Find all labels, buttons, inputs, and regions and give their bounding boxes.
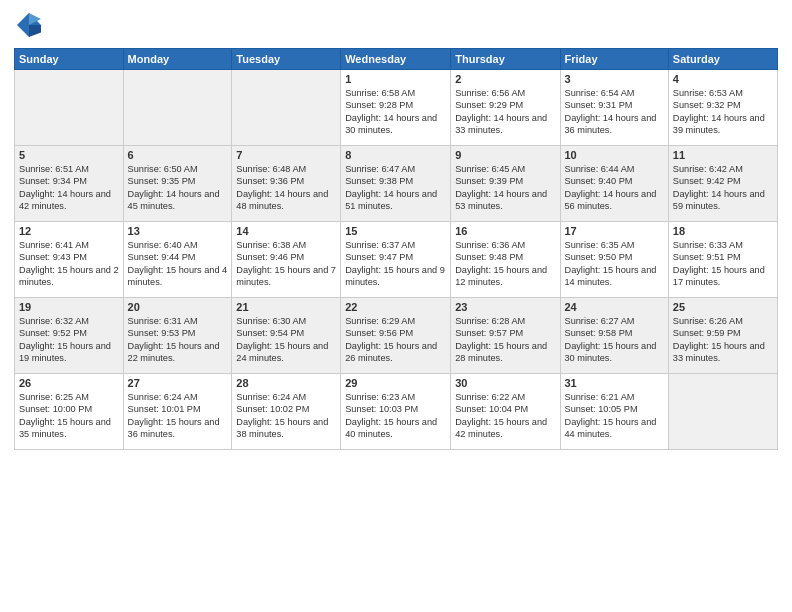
header <box>14 10 778 40</box>
day-info: Sunrise: 6:56 AMSunset: 9:29 PMDaylight:… <box>455 87 555 137</box>
day-number: 20 <box>128 301 228 313</box>
day-number: 9 <box>455 149 555 161</box>
day-number: 30 <box>455 377 555 389</box>
day-info: Sunrise: 6:51 AMSunset: 9:34 PMDaylight:… <box>19 163 119 213</box>
day-header-friday: Friday <box>560 49 668 70</box>
day-number: 16 <box>455 225 555 237</box>
day-info: Sunrise: 6:40 AMSunset: 9:44 PMDaylight:… <box>128 239 228 289</box>
calendar-cell: 20Sunrise: 6:31 AMSunset: 9:53 PMDayligh… <box>123 298 232 374</box>
page: SundayMondayTuesdayWednesdayThursdayFrid… <box>0 0 792 612</box>
day-info: Sunrise: 6:44 AMSunset: 9:40 PMDaylight:… <box>565 163 664 213</box>
day-info: Sunrise: 6:29 AMSunset: 9:56 PMDaylight:… <box>345 315 446 365</box>
calendar-cell <box>232 70 341 146</box>
calendar-cell: 24Sunrise: 6:27 AMSunset: 9:58 PMDayligh… <box>560 298 668 374</box>
day-number: 4 <box>673 73 773 85</box>
calendar-week-5: 26Sunrise: 6:25 AMSunset: 10:00 PMDaylig… <box>15 374 778 450</box>
day-info: Sunrise: 6:50 AMSunset: 9:35 PMDaylight:… <box>128 163 228 213</box>
calendar-cell: 22Sunrise: 6:29 AMSunset: 9:56 PMDayligh… <box>341 298 451 374</box>
day-info: Sunrise: 6:31 AMSunset: 9:53 PMDaylight:… <box>128 315 228 365</box>
day-number: 25 <box>673 301 773 313</box>
calendar-cell: 9Sunrise: 6:45 AMSunset: 9:39 PMDaylight… <box>451 146 560 222</box>
day-number: 18 <box>673 225 773 237</box>
calendar-cell: 23Sunrise: 6:28 AMSunset: 9:57 PMDayligh… <box>451 298 560 374</box>
calendar-cell: 7Sunrise: 6:48 AMSunset: 9:36 PMDaylight… <box>232 146 341 222</box>
day-info: Sunrise: 6:32 AMSunset: 9:52 PMDaylight:… <box>19 315 119 365</box>
day-number: 28 <box>236 377 336 389</box>
day-info: Sunrise: 6:26 AMSunset: 9:59 PMDaylight:… <box>673 315 773 365</box>
calendar-cell: 31Sunrise: 6:21 AMSunset: 10:05 PMDaylig… <box>560 374 668 450</box>
day-number: 27 <box>128 377 228 389</box>
calendar-week-2: 5Sunrise: 6:51 AMSunset: 9:34 PMDaylight… <box>15 146 778 222</box>
day-info: Sunrise: 6:48 AMSunset: 9:36 PMDaylight:… <box>236 163 336 213</box>
calendar-cell: 2Sunrise: 6:56 AMSunset: 9:29 PMDaylight… <box>451 70 560 146</box>
calendar-cell: 10Sunrise: 6:44 AMSunset: 9:40 PMDayligh… <box>560 146 668 222</box>
day-header-sunday: Sunday <box>15 49 124 70</box>
calendar-cell: 5Sunrise: 6:51 AMSunset: 9:34 PMDaylight… <box>15 146 124 222</box>
calendar-cell: 3Sunrise: 6:54 AMSunset: 9:31 PMDaylight… <box>560 70 668 146</box>
calendar-cell: 11Sunrise: 6:42 AMSunset: 9:42 PMDayligh… <box>668 146 777 222</box>
day-number: 10 <box>565 149 664 161</box>
day-info: Sunrise: 6:24 AMSunset: 10:01 PMDaylight… <box>128 391 228 441</box>
calendar-cell: 12Sunrise: 6:41 AMSunset: 9:43 PMDayligh… <box>15 222 124 298</box>
calendar-cell: 17Sunrise: 6:35 AMSunset: 9:50 PMDayligh… <box>560 222 668 298</box>
day-info: Sunrise: 6:24 AMSunset: 10:02 PMDaylight… <box>236 391 336 441</box>
logo-icon <box>14 10 44 40</box>
day-info: Sunrise: 6:35 AMSunset: 9:50 PMDaylight:… <box>565 239 664 289</box>
day-number: 2 <box>455 73 555 85</box>
calendar-cell: 16Sunrise: 6:36 AMSunset: 9:48 PMDayligh… <box>451 222 560 298</box>
day-info: Sunrise: 6:21 AMSunset: 10:05 PMDaylight… <box>565 391 664 441</box>
day-info: Sunrise: 6:42 AMSunset: 9:42 PMDaylight:… <box>673 163 773 213</box>
day-info: Sunrise: 6:41 AMSunset: 9:43 PMDaylight:… <box>19 239 119 289</box>
day-info: Sunrise: 6:27 AMSunset: 9:58 PMDaylight:… <box>565 315 664 365</box>
day-info: Sunrise: 6:54 AMSunset: 9:31 PMDaylight:… <box>565 87 664 137</box>
calendar-cell: 19Sunrise: 6:32 AMSunset: 9:52 PMDayligh… <box>15 298 124 374</box>
calendar-cell: 29Sunrise: 6:23 AMSunset: 10:03 PMDaylig… <box>341 374 451 450</box>
day-number: 5 <box>19 149 119 161</box>
day-number: 22 <box>345 301 446 313</box>
day-info: Sunrise: 6:23 AMSunset: 10:03 PMDaylight… <box>345 391 446 441</box>
calendar-cell: 28Sunrise: 6:24 AMSunset: 10:02 PMDaylig… <box>232 374 341 450</box>
day-info: Sunrise: 6:37 AMSunset: 9:47 PMDaylight:… <box>345 239 446 289</box>
day-info: Sunrise: 6:36 AMSunset: 9:48 PMDaylight:… <box>455 239 555 289</box>
day-number: 19 <box>19 301 119 313</box>
calendar-week-4: 19Sunrise: 6:32 AMSunset: 9:52 PMDayligh… <box>15 298 778 374</box>
calendar-cell: 27Sunrise: 6:24 AMSunset: 10:01 PMDaylig… <box>123 374 232 450</box>
day-header-wednesday: Wednesday <box>341 49 451 70</box>
calendar-cell <box>123 70 232 146</box>
day-header-thursday: Thursday <box>451 49 560 70</box>
day-number: 23 <box>455 301 555 313</box>
day-number: 17 <box>565 225 664 237</box>
calendar-week-3: 12Sunrise: 6:41 AMSunset: 9:43 PMDayligh… <box>15 222 778 298</box>
day-number: 6 <box>128 149 228 161</box>
day-number: 12 <box>19 225 119 237</box>
calendar-cell <box>668 374 777 450</box>
day-number: 3 <box>565 73 664 85</box>
day-info: Sunrise: 6:38 AMSunset: 9:46 PMDaylight:… <box>236 239 336 289</box>
calendar-week-1: 1Sunrise: 6:58 AMSunset: 9:28 PMDaylight… <box>15 70 778 146</box>
logo <box>14 10 48 40</box>
day-number: 31 <box>565 377 664 389</box>
calendar-cell: 15Sunrise: 6:37 AMSunset: 9:47 PMDayligh… <box>341 222 451 298</box>
calendar-cell: 21Sunrise: 6:30 AMSunset: 9:54 PMDayligh… <box>232 298 341 374</box>
calendar-header-row: SundayMondayTuesdayWednesdayThursdayFrid… <box>15 49 778 70</box>
day-info: Sunrise: 6:30 AMSunset: 9:54 PMDaylight:… <box>236 315 336 365</box>
day-info: Sunrise: 6:22 AMSunset: 10:04 PMDaylight… <box>455 391 555 441</box>
calendar-cell: 18Sunrise: 6:33 AMSunset: 9:51 PMDayligh… <box>668 222 777 298</box>
day-number: 15 <box>345 225 446 237</box>
day-info: Sunrise: 6:53 AMSunset: 9:32 PMDaylight:… <box>673 87 773 137</box>
day-number: 29 <box>345 377 446 389</box>
day-info: Sunrise: 6:58 AMSunset: 9:28 PMDaylight:… <box>345 87 446 137</box>
calendar-cell: 26Sunrise: 6:25 AMSunset: 10:00 PMDaylig… <box>15 374 124 450</box>
calendar-table: SundayMondayTuesdayWednesdayThursdayFrid… <box>14 48 778 450</box>
calendar-cell: 4Sunrise: 6:53 AMSunset: 9:32 PMDaylight… <box>668 70 777 146</box>
day-info: Sunrise: 6:28 AMSunset: 9:57 PMDaylight:… <box>455 315 555 365</box>
calendar-cell <box>15 70 124 146</box>
day-number: 11 <box>673 149 773 161</box>
calendar-cell: 8Sunrise: 6:47 AMSunset: 9:38 PMDaylight… <box>341 146 451 222</box>
calendar-cell: 6Sunrise: 6:50 AMSunset: 9:35 PMDaylight… <box>123 146 232 222</box>
calendar-cell: 30Sunrise: 6:22 AMSunset: 10:04 PMDaylig… <box>451 374 560 450</box>
day-info: Sunrise: 6:47 AMSunset: 9:38 PMDaylight:… <box>345 163 446 213</box>
svg-marker-2 <box>29 25 41 37</box>
calendar-cell: 13Sunrise: 6:40 AMSunset: 9:44 PMDayligh… <box>123 222 232 298</box>
day-number: 7 <box>236 149 336 161</box>
